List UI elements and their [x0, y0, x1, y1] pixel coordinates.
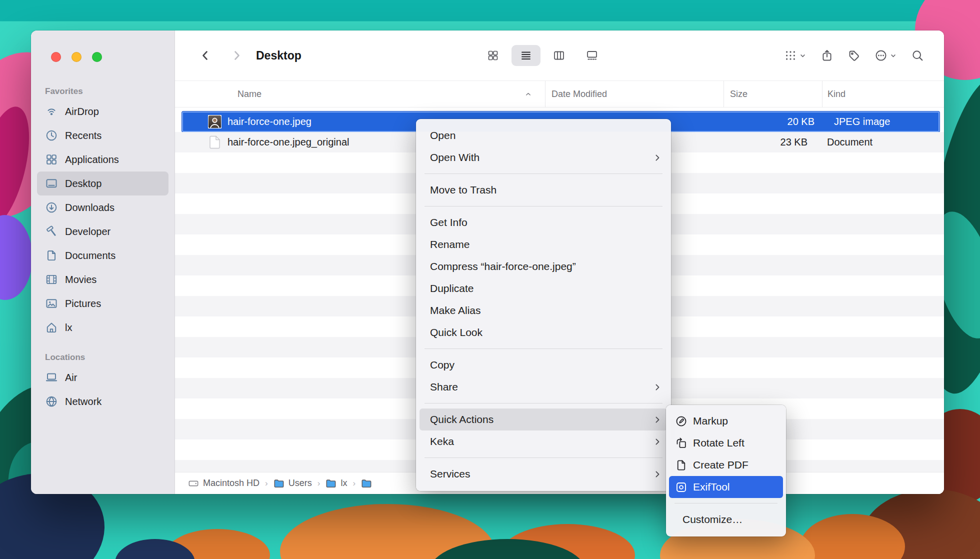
- menu-item-share[interactable]: Share: [420, 376, 668, 398]
- group-by-button[interactable]: [784, 49, 806, 62]
- pathbar-item-macintosh-hd[interactable]: Macintosh HD: [188, 478, 260, 489]
- file-name: hair-force-one.jpeg_original: [228, 136, 349, 148]
- menu-item-label: Get Info: [430, 216, 468, 228]
- house-icon: [45, 321, 58, 334]
- menu-item-get-info[interactable]: Get Info: [420, 212, 668, 234]
- sidebar-item-developer[interactable]: Developer: [37, 220, 168, 244]
- menu-item-label: Duplicate: [430, 282, 474, 294]
- menu-separator: [424, 206, 662, 206]
- submenu-chevron-icon: [653, 438, 662, 446]
- jpeg-thumbnail-icon: [208, 115, 222, 128]
- menu-item-quick-look[interactable]: Quick Look: [420, 322, 668, 344]
- list-view-button[interactable]: [512, 45, 540, 66]
- sidebar-item-label: Applications: [65, 154, 119, 166]
- submenu-item-customize[interactable]: Customize…: [669, 508, 783, 530]
- sidebar-item-movies[interactable]: Movies: [37, 268, 168, 292]
- menu-item-compress[interactable]: Compress “hair-force-one.jpeg”: [420, 256, 668, 278]
- app-grid-icon: [45, 153, 58, 166]
- column-label: Name: [238, 89, 262, 100]
- submenu-chevron-icon: [653, 416, 662, 424]
- menu-item-open[interactable]: Open: [420, 124, 668, 146]
- tags-button[interactable]: [848, 49, 860, 62]
- list-view-icon: [520, 50, 532, 62]
- sidebar-item-label: AirDrop: [65, 106, 99, 118]
- column-header-name[interactable]: Name: [175, 81, 545, 107]
- submenu-item-label: Create PDF: [693, 459, 748, 471]
- sidebar-item-recents[interactable]: Recents: [37, 124, 168, 148]
- zoom-button[interactable]: [92, 52, 102, 62]
- menu-item-label: Compress “hair-force-one.jpeg”: [430, 260, 576, 272]
- downloads-icon: [45, 201, 58, 214]
- pathbar-item-users[interactable]: Users: [274, 478, 312, 489]
- minimize-button[interactable]: [72, 52, 82, 62]
- column-header-kind[interactable]: Kind: [822, 81, 944, 107]
- menu-separator: [424, 174, 662, 174]
- menu-item-label: Services: [430, 468, 470, 480]
- folder-icon: [361, 478, 372, 489]
- window-title: Desktop: [256, 49, 302, 62]
- sidebar-item-home[interactable]: lx: [37, 316, 168, 340]
- sidebar-item-label: Desktop: [65, 178, 102, 190]
- submenu-item-label: Markup: [693, 415, 728, 427]
- sidebar-item-airdrop[interactable]: AirDrop: [37, 100, 168, 124]
- more-actions-button[interactable]: [874, 49, 897, 62]
- globe-icon: [45, 395, 58, 408]
- submenu-item-rotate-left[interactable]: Rotate Left: [669, 432, 783, 454]
- path-separator: ›: [265, 478, 268, 488]
- column-label: Date Modified: [552, 89, 607, 100]
- menu-item-services[interactable]: Services: [420, 463, 668, 485]
- sidebar-item-documents[interactable]: Documents: [37, 244, 168, 268]
- pathbar-item-lx[interactable]: lx: [326, 478, 347, 489]
- menu-item-duplicate[interactable]: Duplicate: [420, 278, 668, 300]
- menu-item-move-to-trash[interactable]: Move to Trash: [420, 179, 668, 201]
- sidebar-item-applications[interactable]: Applications: [37, 148, 168, 172]
- menu-item-label: Rename: [430, 238, 470, 250]
- folder-icon: [274, 478, 284, 489]
- menu-item-open-with[interactable]: Open With: [420, 146, 668, 168]
- file-name: hair-force-one.jpeg: [228, 116, 312, 128]
- document-file-icon: [208, 136, 222, 149]
- menu-separator: [424, 403, 662, 404]
- search-icon: [911, 49, 924, 62]
- submenu-item-markup[interactable]: Markup: [669, 410, 783, 432]
- column-view-button[interactable]: [544, 45, 574, 66]
- menu-item-copy[interactable]: Copy: [420, 354, 668, 376]
- menu-item-label: Make Alias: [430, 304, 481, 316]
- sidebar-item-downloads[interactable]: Downloads: [37, 196, 168, 220]
- path-separator: ›: [352, 478, 356, 488]
- pathbar-label: Users: [288, 478, 312, 488]
- submenu-chevron-icon: [653, 154, 662, 162]
- search-button[interactable]: [911, 49, 924, 62]
- menu-item-label: Quick Look: [430, 326, 482, 338]
- menu-item-make-alias[interactable]: Make Alias: [420, 300, 668, 322]
- gallery-view-button[interactable]: [578, 45, 606, 66]
- pathbar-item-partial[interactable]: [361, 478, 372, 489]
- clock-icon: [45, 129, 58, 142]
- icon-view-button[interactable]: [478, 45, 508, 66]
- group-icon: [784, 49, 797, 62]
- column-header-date-modified[interactable]: Date Modified: [545, 81, 724, 107]
- path-separator: ›: [318, 478, 320, 488]
- sidebar-item-pictures[interactable]: Pictures: [37, 292, 168, 316]
- file-size: 20 KB: [730, 116, 829, 128]
- file-kind: Document: [822, 136, 944, 148]
- back-button[interactable]: [197, 47, 214, 64]
- close-button[interactable]: [51, 52, 61, 62]
- menu-separator: [674, 503, 778, 504]
- forward-button[interactable]: [228, 47, 245, 64]
- share-button[interactable]: [820, 49, 834, 62]
- submenu-item-exiftool[interactable]: ExifTool: [669, 476, 783, 498]
- sidebar-item-desktop[interactable]: Desktop: [37, 172, 168, 196]
- submenu-item-label: Customize…: [682, 514, 742, 526]
- sidebar-item-network[interactable]: Network: [37, 390, 168, 414]
- menu-item-label: Move to Trash: [430, 184, 496, 196]
- chevron-down-icon: [890, 52, 897, 60]
- column-header-size[interactable]: Size: [724, 81, 822, 107]
- submenu-item-create-pdf[interactable]: Create PDF: [669, 454, 783, 476]
- menu-item-quick-actions[interactable]: Quick Actions: [420, 408, 668, 430]
- menu-item-keka[interactable]: Keka: [420, 430, 668, 452]
- toolbar: Desktop: [175, 30, 944, 80]
- menu-item-rename[interactable]: Rename: [420, 234, 668, 256]
- chevron-down-icon: [799, 52, 806, 60]
- sidebar-item-air[interactable]: Air: [37, 366, 168, 390]
